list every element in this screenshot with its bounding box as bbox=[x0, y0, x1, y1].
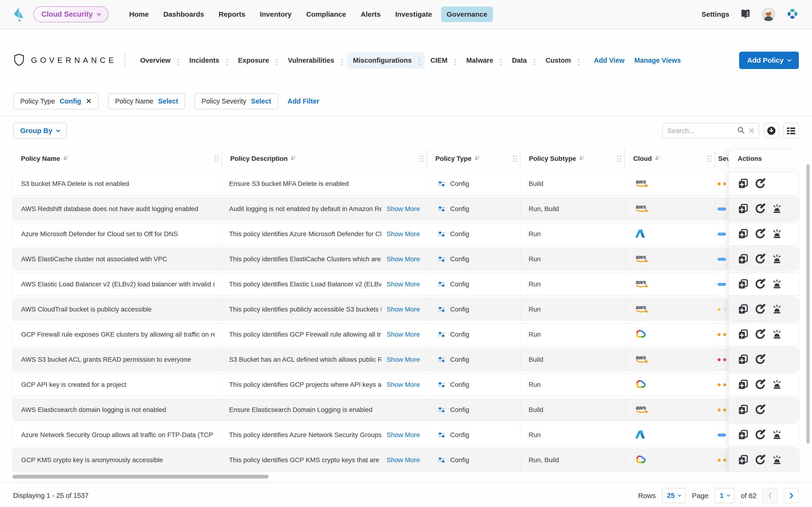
show-more-link[interactable]: Show More bbox=[387, 256, 420, 263]
tab-misconfigurations[interactable]: Misconfigurations bbox=[347, 52, 425, 68]
tab-ciem[interactable]: CIEM bbox=[425, 52, 461, 68]
nav-item-reports[interactable]: Reports bbox=[213, 7, 251, 22]
filter-chip-policy-severity[interactable]: Policy Severity Select bbox=[195, 93, 278, 109]
alarm-action-button[interactable] bbox=[771, 279, 782, 290]
search-input[interactable] bbox=[667, 127, 734, 135]
clone-action-button[interactable] bbox=[738, 203, 749, 215]
table-row[interactable]: S3 bucket MFA Delete is not enabledEnsur… bbox=[12, 172, 800, 195]
policy-name-cell[interactable]: Azure Network Security Group allows all … bbox=[13, 424, 222, 446]
page-select[interactable]: 1 bbox=[714, 488, 735, 503]
tab-exposure[interactable]: Exposure bbox=[233, 52, 282, 68]
edit-action-button[interactable] bbox=[754, 228, 766, 240]
tab-vulnerabilities[interactable]: Vulnerabilities bbox=[282, 52, 347, 68]
show-more-link[interactable]: Show More bbox=[387, 431, 420, 439]
search-icon[interactable] bbox=[737, 126, 745, 135]
clone-action-button[interactable] bbox=[738, 454, 749, 466]
sort-icon[interactable] bbox=[290, 155, 297, 163]
clone-action-button[interactable] bbox=[738, 178, 749, 189]
drag-handle-icon[interactable] bbox=[707, 158, 709, 159]
table-row[interactable]: GCP API key is created for a projectThis… bbox=[12, 373, 800, 396]
show-more-link[interactable]: Show More bbox=[387, 331, 420, 338]
clone-action-button[interactable] bbox=[738, 228, 749, 240]
tab-menu-icon[interactable] bbox=[498, 57, 504, 64]
tab-menu-icon[interactable] bbox=[175, 57, 182, 64]
nav-item-alerts[interactable]: Alerts bbox=[355, 7, 386, 22]
policy-name-cell[interactable]: AWS Elasticsearch domain logging is not … bbox=[13, 399, 222, 421]
drag-handle-icon[interactable] bbox=[513, 158, 514, 159]
table-row[interactable]: AWS Elasticsearch domain logging is not … bbox=[12, 398, 800, 421]
show-more-link[interactable]: Show More bbox=[387, 305, 420, 313]
clear-search-icon[interactable]: ✕ bbox=[748, 126, 755, 135]
table-row[interactable]: Azure Network Security Group allows all … bbox=[12, 424, 800, 446]
tab-overview[interactable]: Overview bbox=[135, 52, 184, 68]
table-row[interactable]: GCP Firewall rule exposes GKE clusters b… bbox=[12, 323, 800, 346]
table-row[interactable]: AWS Elastic Load Balancer v2 (ELBv2) loa… bbox=[12, 273, 800, 296]
nav-item-compliance[interactable]: Compliance bbox=[301, 7, 352, 22]
clone-action-button[interactable] bbox=[738, 404, 749, 415]
clone-action-button[interactable] bbox=[738, 253, 749, 265]
group-by-button[interactable]: Group By bbox=[13, 122, 67, 139]
horizontal-scrollbar[interactable] bbox=[12, 475, 268, 478]
drag-handle-icon[interactable] bbox=[617, 158, 619, 159]
show-more-link[interactable]: Show More bbox=[387, 381, 420, 388]
tab-menu-icon[interactable] bbox=[274, 57, 280, 64]
clone-action-button[interactable] bbox=[738, 379, 749, 390]
alarm-action-button[interactable] bbox=[771, 203, 782, 215]
nav-item-dashboards[interactable]: Dashboards bbox=[158, 7, 210, 22]
rows-per-page-select[interactable]: 25 bbox=[662, 488, 686, 503]
table-row[interactable]: GCP KMS crypto key is anonymously access… bbox=[12, 449, 800, 471]
policy-name-cell[interactable]: AWS Redshift database does not have audi… bbox=[13, 198, 222, 220]
search-box[interactable]: ✕ bbox=[662, 123, 759, 138]
edit-action-button[interactable] bbox=[754, 429, 766, 441]
table-row[interactable]: Azure Microsoft Defender for Cloud set t… bbox=[12, 223, 800, 245]
show-more-link[interactable]: Show More bbox=[387, 205, 420, 213]
policy-name-cell[interactable]: AWS Elastic Load Balancer v2 (ELBv2) loa… bbox=[13, 273, 222, 295]
alarm-action-button[interactable] bbox=[771, 304, 782, 315]
show-more-link[interactable]: Show More bbox=[387, 456, 420, 464]
tab-menu-icon[interactable] bbox=[452, 57, 458, 64]
policy-name-cell[interactable]: GCP Firewall rule exposes GKE clusters b… bbox=[13, 323, 222, 346]
nav-item-governance[interactable]: Governance bbox=[441, 7, 493, 22]
table-row[interactable]: AWS S3 bucket ACL grants READ permission… bbox=[12, 348, 800, 371]
tab-malware[interactable]: Malware bbox=[461, 52, 506, 68]
clone-action-button[interactable] bbox=[738, 279, 749, 290]
policy-name-cell[interactable]: AWS S3 bucket ACL grants READ permission… bbox=[13, 348, 222, 371]
table-row[interactable]: AWS CloudTrail bucket is publicly access… bbox=[12, 298, 800, 321]
brand-logo[interactable] bbox=[13, 7, 24, 21]
tab-menu-icon[interactable] bbox=[339, 57, 345, 64]
drag-handle-icon[interactable] bbox=[214, 158, 216, 159]
edit-action-button[interactable] bbox=[754, 178, 766, 189]
clone-action-button[interactable] bbox=[738, 429, 749, 441]
edit-action-button[interactable] bbox=[754, 354, 766, 365]
policy-name-cell[interactable]: GCP API key is created for a project bbox=[13, 374, 222, 396]
user-avatar[interactable] bbox=[762, 7, 775, 21]
tab-custom[interactable]: Custom bbox=[540, 52, 584, 68]
clone-action-button[interactable] bbox=[738, 329, 749, 340]
download-button[interactable] bbox=[764, 123, 779, 138]
next-page-button[interactable] bbox=[784, 488, 799, 503]
add-filter-link[interactable]: Add Filter bbox=[288, 97, 319, 105]
nav-item-investigate[interactable]: Investigate bbox=[390, 7, 438, 22]
edit-action-button[interactable] bbox=[754, 329, 766, 340]
alarm-action-button[interactable] bbox=[771, 454, 782, 466]
vertical-scrollbar[interactable] bbox=[806, 164, 810, 444]
filter-chip-policy-name[interactable]: Policy Name Select bbox=[108, 93, 185, 109]
table-row[interactable]: AWS ElastiCache cluster not associated w… bbox=[12, 247, 800, 271]
column-header-policy-type[interactable]: Policy Type bbox=[427, 150, 520, 168]
nav-item-inventory[interactable]: Inventory bbox=[254, 7, 297, 22]
add-view-link[interactable]: Add View bbox=[594, 57, 624, 64]
clone-action-button[interactable] bbox=[738, 304, 749, 315]
tab-menu-icon[interactable] bbox=[531, 57, 538, 64]
product-switcher[interactable]: Cloud Security bbox=[33, 6, 109, 22]
edit-action-button[interactable] bbox=[754, 404, 766, 415]
show-more-link[interactable]: Show More bbox=[387, 280, 420, 288]
policy-name-cell[interactable]: AWS CloudTrail bucket is publicly access… bbox=[13, 298, 222, 321]
alarm-action-button[interactable] bbox=[771, 228, 782, 240]
settings-link[interactable]: Settings bbox=[702, 10, 729, 18]
filter-chip-policy-type[interactable]: Policy Type Config ✕ bbox=[13, 93, 99, 109]
tab-menu-icon[interactable] bbox=[416, 57, 422, 64]
alarm-action-button[interactable] bbox=[771, 329, 782, 340]
show-more-link[interactable]: Show More bbox=[387, 230, 420, 238]
edit-action-button[interactable] bbox=[754, 253, 766, 265]
show-more-link[interactable]: Show More bbox=[387, 356, 420, 363]
